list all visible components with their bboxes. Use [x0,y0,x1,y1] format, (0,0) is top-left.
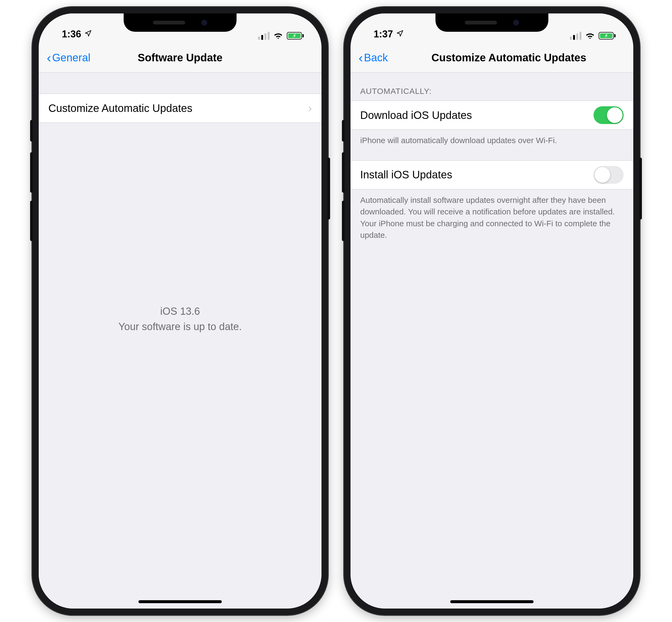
cellular-icon [570,32,582,40]
toggle-download-ios-updates[interactable] [594,106,624,124]
content-area: AUTOMATICALLY: Download iOS Updates iPho… [350,73,633,609]
up-to-date-label: Your software is up to date. [118,319,241,335]
location-icon [396,29,404,39]
row-download-ios-updates[interactable]: Download iOS Updates [350,101,633,130]
page-title: Customize Automatic Updates [432,51,586,64]
page-title: Software Update [138,51,223,64]
chevron-left-icon: ‹ [47,51,51,64]
content-area: Customize Automatic Updates › iOS 13.6 Y… [39,73,322,609]
location-icon [84,29,92,39]
back-button[interactable]: ‹ General [47,51,90,64]
wifi-icon [585,32,595,39]
toggle-install-ios-updates[interactable] [594,166,624,184]
row-label: Download iOS Updates [360,109,472,121]
notch [436,13,548,32]
battery-icon: ⚡︎ [287,32,304,39]
row-label: Customize Automatic Updates [48,102,192,114]
wifi-icon [273,32,283,39]
notch [124,13,236,32]
row-label: Install iOS Updates [360,169,452,181]
section-header-automatically: AUTOMATICALLY: [350,73,633,101]
home-indicator[interactable] [450,600,533,603]
back-label: Back [364,51,388,64]
phone-frame-right: 1:37 ⚡︎ ‹ Back [344,7,640,615]
back-label: General [52,51,90,64]
row-customize-automatic-updates[interactable]: Customize Automatic Updates › [39,94,322,123]
nav-bar: ‹ General Software Update [39,43,322,73]
chevron-right-icon: › [308,102,312,114]
back-button[interactable]: ‹ Back [359,51,388,64]
status-time: 1:36 [62,29,81,40]
cellular-icon [258,32,270,40]
chevron-left-icon: ‹ [359,51,363,64]
status-message: iOS 13.6 Your software is up to date. [118,304,241,335]
nav-bar: ‹ Back Customize Automatic Updates [350,43,633,73]
home-indicator[interactable] [139,600,222,603]
status-time: 1:37 [374,29,393,40]
footer-install: Automatically install software updates o… [350,189,633,241]
footer-download: iPhone will automatically download updat… [350,130,633,146]
phone-frame-left: 1:36 ⚡︎ ‹ General [32,7,328,615]
battery-icon: ⚡︎ [599,32,615,39]
ios-version-label: iOS 13.6 [118,304,241,319]
row-install-ios-updates[interactable]: Install iOS Updates [350,160,633,189]
